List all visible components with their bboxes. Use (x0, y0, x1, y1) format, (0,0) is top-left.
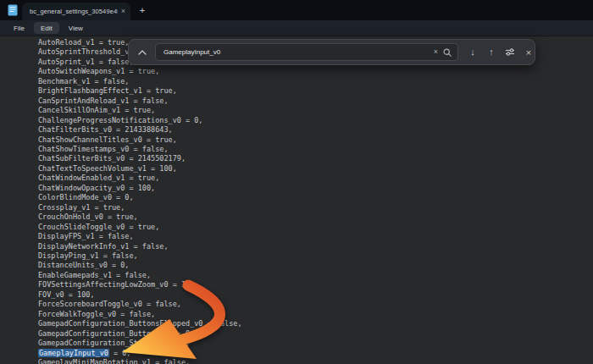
arrow-up-icon: ↑ (489, 47, 494, 57)
code-line: EnableGamepads_v1 = false, (38, 271, 593, 280)
sliders-icon (505, 47, 515, 57)
code-line: ChallengeProgressNotifications_v0 = 0, (38, 116, 593, 125)
code-line: ChatTextToSpeechVolume_v1 = 100, (38, 164, 593, 174)
code-line: Crossplay_v1 = true, (38, 203, 593, 212)
code-line: CanSprintAndReload_v1 = false, (38, 97, 593, 106)
find-bar: × ↓ ↑ × (128, 39, 535, 65)
find-previous-button[interactable]: ↑ (484, 45, 499, 60)
new-tab-button[interactable]: + (136, 3, 149, 17)
code-line: ChatShowChannelTitles_v0 = true, (38, 135, 593, 145)
find-next-button[interactable]: ↓ (465, 45, 480, 60)
code-line: FOVSettingsAffectingLowZoom_v0 = 1, (38, 280, 593, 290)
menu-view[interactable]: View (62, 22, 90, 34)
document-tab[interactable]: bc_general_settings_30549e4f-e3b × (22, 3, 130, 20)
code-line: FOV_v0 = 100, (38, 290, 593, 300)
find-bar-actions: ↓ ↑ × (465, 45, 536, 60)
code-line: DisplayNetworkInfo_v1 = false, (38, 242, 593, 251)
chevron-up-icon (138, 50, 147, 55)
code-line: GamepadConfiguration_Buttons_v0 = 0, (38, 329, 593, 339)
menu-file[interactable]: File (7, 22, 31, 34)
close-find-bar-button[interactable]: × (521, 45, 536, 60)
code-line: BrightFlashbangEffect_v1 = true, (38, 86, 593, 96)
code-line: CrouchOnHold_v0 = true, (38, 212, 593, 222)
code-line: Benchmark_v1 = false, (38, 77, 593, 86)
code-line: GamepadConfiguration_ButtonsFlipped_v0 =… (38, 319, 593, 328)
code-line: CrouchSlideToggle_v0 = true, (38, 223, 593, 232)
code-line: ChatWindowOpacity_v0 = 100, (38, 184, 593, 193)
close-icon: × (526, 47, 531, 58)
menu-bar: File Edit View (0, 20, 593, 36)
code-line: ForceWalkToggle_v0 = false, (38, 310, 593, 319)
text-editor-area[interactable]: AutoReload_v1 = true,AutoSprintThreshold… (0, 36, 593, 364)
code-line: ChatShowTimestamps_v0 = false, (38, 145, 593, 154)
expand-replace-button[interactable] (135, 45, 150, 60)
code-line: ColorBlindMode_v0 = 0, (38, 193, 593, 202)
title-bar: bc_general_settings_30549e4f-e3b × + (0, 0, 593, 20)
code-line: ChatWindowEnabled_v1 = true, (38, 174, 593, 183)
code-line: GameplayInput_v0 = 0, (38, 349, 593, 358)
search-input[interactable] (156, 44, 434, 60)
code-line: ChatSubFilterBits_v0 = 2145502179, (38, 154, 593, 163)
search-input-wrap: × (155, 43, 458, 61)
arrow-down-icon: ↓ (470, 47, 475, 57)
find-options-button[interactable] (502, 45, 518, 60)
code-line: GameplayMiniMapRotation_v1 = false, (38, 358, 593, 364)
code-line: DistanceUnits_v0 = 0, (38, 261, 593, 270)
code-line: ForceScoreboardToggle_v0 = false, (38, 300, 593, 309)
find-match-highlight: GameplayInput_v0 (38, 349, 109, 357)
clear-search-icon[interactable]: × (434, 48, 438, 56)
code-line: DisplayFPS_v1 = false, (38, 232, 593, 241)
code-line: DisplayPing_v1 = false, (38, 251, 593, 261)
code-line: CancelSkillOnAim_v1 = true, (38, 106, 593, 115)
menu-edit[interactable]: Edit (34, 22, 59, 34)
notepad-app-icon (8, 4, 18, 16)
search-icon[interactable] (443, 48, 452, 57)
code-lines: AutoReload_v1 = true,AutoSprintThreshold… (38, 38, 593, 364)
code-line: GamepadConfiguration_Sticks_v0 = 0, (38, 339, 593, 348)
tab-title: bc_general_settings_30549e4f-e3b (30, 8, 118, 15)
tab-close-icon[interactable]: × (121, 8, 125, 15)
notepad-window: bc_general_settings_30549e4f-e3b × + Fil… (0, 0, 593, 364)
code-line: AutoSwitchWeapons_v1 = true, (38, 67, 593, 76)
code-line: ChatFilterBits_v0 = 2143388643, (38, 125, 593, 135)
